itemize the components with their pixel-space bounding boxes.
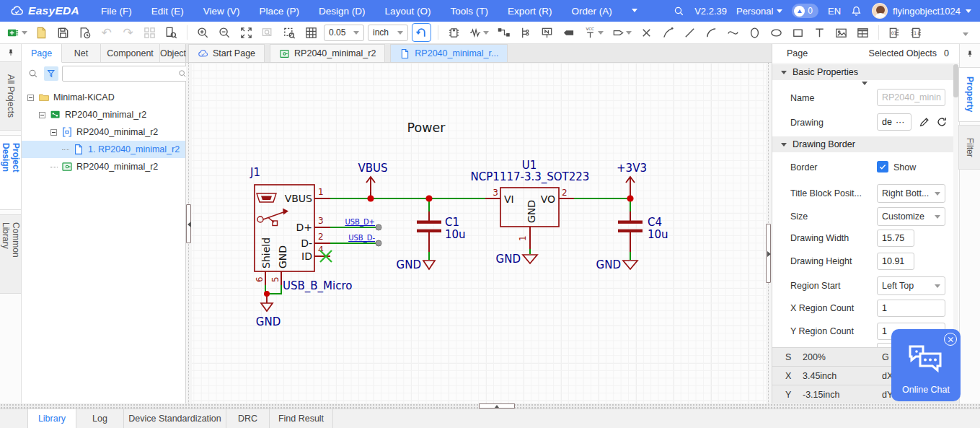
power-flag-3v3[interactable]: +3V3 xyxy=(617,162,647,197)
menu-layout[interactable]: Layout (O) xyxy=(385,6,431,17)
tree-item-schematic[interactable]: RP2040_minimal_r2 xyxy=(22,123,185,141)
toolbar-more-chevron-icon[interactable] xyxy=(963,26,968,39)
canvas-left-scrollbar[interactable] xyxy=(186,63,192,403)
place-bus-button[interactable] xyxy=(516,24,534,42)
gnd-flag-c1[interactable]: GND xyxy=(397,258,435,271)
drawing-width-input[interactable]: 15.75 xyxy=(877,230,914,247)
horizontal-scrollbar[interactable] xyxy=(0,403,980,409)
zoom-in-button[interactable] xyxy=(194,24,212,42)
tab-pcb-document[interactable]: RP2040_minimal_r2 xyxy=(270,44,385,62)
pin-panel-icon[interactable] xyxy=(966,50,974,58)
expander-icon[interactable] xyxy=(27,95,34,101)
tab-net[interactable]: Net xyxy=(62,44,101,62)
easyeda-logo[interactable]: EasyEDA xyxy=(10,4,79,18)
tree-item-folder[interactable]: Minimal-KiCAD xyxy=(22,89,185,106)
new-file-button[interactable] xyxy=(32,24,50,42)
menu-place[interactable]: Place (P) xyxy=(260,6,300,17)
undo-button[interactable]: ↶ xyxy=(97,24,115,42)
component-j1[interactable]: J1 USB_B_Micro VBUS D+ D- ID Shield GND … xyxy=(250,166,352,293)
place-net-port-button[interactable] xyxy=(609,24,634,42)
zoom-window-button[interactable] xyxy=(259,24,277,42)
grid-size-select[interactable]: 0.05 xyxy=(324,25,364,41)
region-start-select[interactable]: Left Top xyxy=(877,276,945,295)
new-project-button[interactable] xyxy=(4,24,29,42)
tree-item-schematic-page[interactable]: 1. RP2040_minimal_r2 xyxy=(22,141,185,158)
cloud-quota-badge[interactable]: 0 xyxy=(792,4,818,18)
size-select[interactable]: Customize xyxy=(877,207,945,226)
tab-page[interactable]: Page xyxy=(22,44,62,63)
menu-file[interactable]: File (F) xyxy=(101,6,132,17)
draw-ellipse-button[interactable] xyxy=(767,24,785,42)
save-as-button[interactable] xyxy=(76,24,94,42)
rail-tab-all-projects[interactable]: All Projects xyxy=(0,61,22,131)
panel-scrollbar[interactable] xyxy=(953,64,958,346)
tree-item-pcb[interactable]: RP2040_minimal_r2 xyxy=(22,158,185,175)
draw-pen-button[interactable] xyxy=(659,24,677,42)
rail-tab-project-design[interactable]: Project Design xyxy=(0,135,22,210)
draw-bezier-button[interactable] xyxy=(724,24,742,42)
refresh-icon[interactable] xyxy=(935,115,948,128)
net-label-usb-dp[interactable]: USB_D+ xyxy=(345,218,375,227)
place-text-button[interactable] xyxy=(811,24,829,42)
schematic-canvas[interactable]: Power xyxy=(186,63,772,403)
wire-end-dot[interactable] xyxy=(376,240,381,246)
language-switch[interactable]: EN xyxy=(828,6,841,17)
menu-tools[interactable]: Tools (T) xyxy=(450,6,488,17)
menu-export[interactable]: Export (R) xyxy=(508,6,552,17)
redo-button[interactable]: ↷ xyxy=(119,24,137,42)
tab-object[interactable]: Object xyxy=(160,44,186,62)
search-icon[interactable] xyxy=(26,66,40,81)
place-image-button[interactable] xyxy=(832,24,850,42)
dock-tab-device-standardization[interactable]: Device Standardization xyxy=(124,409,226,428)
unit-select[interactable]: inch xyxy=(368,25,408,41)
filter-icon[interactable] xyxy=(44,66,58,81)
dock-tab-find-result[interactable]: Find Result xyxy=(270,409,333,428)
dock-tab-drc[interactable]: DRC xyxy=(226,409,270,428)
rail-tab-filter[interactable]: Filter xyxy=(958,125,980,170)
fit-screen-button[interactable] xyxy=(237,24,255,42)
x-region-count-input[interactable]: 1 xyxy=(877,300,945,317)
component-c4[interactable]: C4 10u xyxy=(618,211,668,252)
draw-arc-button[interactable] xyxy=(702,24,720,42)
component-u1[interactable]: U1 NCP1117-3.3_SOT223 VI VO GND 3 2 1 xyxy=(471,159,590,249)
drawing-height-input[interactable]: 10.91 xyxy=(877,253,914,270)
online-chat-widget[interactable]: Online Chat xyxy=(891,329,961,401)
pencil-icon[interactable] xyxy=(918,115,931,128)
rail-tab-common-library[interactable]: Common Library xyxy=(0,214,22,294)
place-resistor-button[interactable] xyxy=(467,24,491,42)
pin-sidebar-icon[interactable] xyxy=(6,48,15,57)
find-component-button[interactable] xyxy=(162,24,180,42)
tab-start-page[interactable]: Start Page xyxy=(188,44,265,62)
draw-rectangle-button[interactable] xyxy=(789,24,807,42)
zoom-out-button[interactable] xyxy=(216,24,234,42)
rail-tab-property[interactable]: Property xyxy=(958,67,980,122)
draw-circle-button[interactable] xyxy=(746,24,764,42)
sidebar-search-input[interactable] xyxy=(66,69,177,79)
title-block-position-select[interactable]: Right Bott... xyxy=(877,184,945,203)
expander-icon[interactable] xyxy=(50,129,57,136)
thumbnail-view-button[interactable] xyxy=(141,24,159,42)
dock-tab-library[interactable]: Library xyxy=(27,409,76,428)
chat-close-icon[interactable] xyxy=(944,333,957,346)
tab-schematic-document[interactable]: RP2040_minimal_r... xyxy=(390,44,508,62)
expander-icon[interactable] xyxy=(39,112,45,118)
power-flag-vbus[interactable]: VBUS xyxy=(358,162,387,197)
place-wire-button[interactable] xyxy=(495,24,513,42)
canvas-right-scrollbar[interactable] xyxy=(766,63,772,403)
menu-edit[interactable]: Edit (E) xyxy=(151,6,184,17)
zoom-selection-button[interactable] xyxy=(281,24,299,42)
menu-design[interactable]: Design (D) xyxy=(319,6,366,17)
place-net-label-button[interactable] xyxy=(538,24,556,42)
place-no-connect-button[interactable] xyxy=(637,24,655,42)
net-label-usb-dm[interactable]: USB_D- xyxy=(348,234,375,243)
place-net-flag-button[interactable] xyxy=(560,24,578,42)
wire-end-dot[interactable] xyxy=(376,224,381,230)
gnd-flag-u1[interactable]: GND xyxy=(496,253,537,266)
name-input[interactable]: RP2040_minin xyxy=(877,89,945,106)
active-wire-mode-button[interactable] xyxy=(412,23,431,42)
section-drawing-border[interactable]: Drawing Border xyxy=(772,136,954,152)
tree-item-project[interactable]: RP2040_minimal_r2 xyxy=(22,106,185,123)
component-c1[interactable]: C1 10u xyxy=(417,211,466,252)
gnd-flag-c4[interactable]: GND xyxy=(596,258,637,271)
pin-map-button[interactable] xyxy=(907,24,925,42)
